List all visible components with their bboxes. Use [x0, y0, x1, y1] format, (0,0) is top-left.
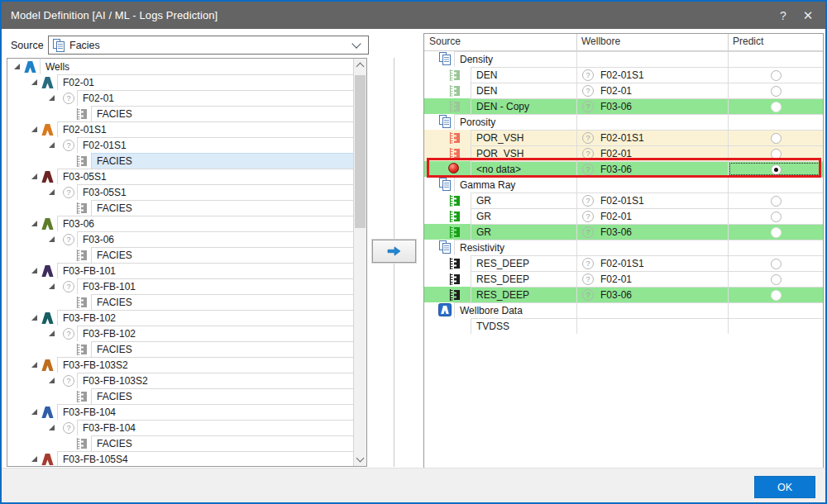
tree-item-label: F03-06 — [78, 234, 114, 245]
expander-icon[interactable] — [49, 95, 55, 101]
log-row-den-copy[interactable]: DEN - Copy?F03-06 — [424, 98, 823, 114]
expander-icon[interactable] — [31, 315, 37, 321]
help-button[interactable]: ? — [774, 7, 792, 25]
expander-icon[interactable] — [49, 283, 55, 289]
tree-item-f02-01[interactable]: ?F02-01 — [7, 90, 354, 106]
tree-item-f03-05s1[interactable]: F03-05S1 — [7, 169, 354, 184]
expander-icon[interactable] — [31, 79, 37, 85]
tree-item-f03-fb-104[interactable]: ?F03-FB-104 — [7, 420, 354, 435]
tree-scrollbar[interactable] — [353, 59, 366, 466]
tree-item-facies[interactable]: FACIES — [7, 153, 354, 169]
log-row-res-deep[interactable]: RES_DEEP?F02-01S1 — [424, 255, 823, 271]
tree-item-f03-05s1[interactable]: ?F03-05S1 — [7, 184, 354, 200]
tree-item-facies[interactable]: FACIES — [7, 247, 354, 263]
tree-item-label: F02-01 — [78, 93, 114, 104]
predict-radio[interactable] — [771, 259, 782, 269]
question-icon: ? — [577, 273, 594, 285]
predict-radio[interactable] — [771, 70, 782, 81]
expander-icon[interactable] — [31, 221, 37, 226]
tree-item-f03-fb-101[interactable]: F03-FB-101 — [7, 263, 354, 278]
tree-item-f02-01s1[interactable]: ?F02-01S1 — [7, 137, 354, 153]
expander-icon[interactable] — [49, 330, 55, 336]
expander-icon[interactable] — [31, 409, 37, 415]
wellbore-name: F02-01S1 — [596, 258, 644, 269]
tree-item-f03-fb-102[interactable]: ?F03-FB-102 — [7, 326, 354, 341]
model-definition-dialog: Model Definition [AI / ML - Logs Predict… — [0, 0, 827, 504]
wellbore-name: F02-01S1 — [596, 132, 644, 144]
predict-radio[interactable] — [771, 290, 782, 301]
log-row-tvdss[interactable]: TVDSS — [424, 318, 823, 334]
expander-icon[interactable] — [49, 378, 55, 383]
tree-item-facies[interactable]: FACIES — [7, 106, 354, 121]
tree-item-f03-fb-104[interactable]: F03-FB-104 — [7, 404, 354, 420]
expander-icon[interactable] — [49, 236, 55, 242]
transfer-button[interactable] — [372, 240, 416, 263]
tree-item-facies[interactable]: FACIES — [7, 388, 354, 404]
tree-item-f02-01s1[interactable]: F02-01S1 — [7, 121, 354, 137]
expander-icon[interactable] — [31, 362, 37, 368]
group-row-wellbore-data[interactable]: Wellbore Data — [424, 302, 823, 318]
log-row-res-deep[interactable]: RES_DEEP?F03-06 — [424, 287, 823, 302]
tree-item-f03-06[interactable]: ?F03-06 — [7, 231, 354, 247]
tree-item-label: F03-FB-101 — [78, 281, 136, 292]
predict-radio[interactable] — [771, 196, 782, 207]
tree-item-f03-fb-105s4[interactable]: F03-FB-105S4 — [7, 451, 354, 467]
tree-item-facies[interactable]: FACIES — [7, 294, 354, 310]
log-icon — [448, 226, 461, 239]
log-row-por-vsh[interactable]: POR_VSH?F02-01 — [424, 145, 823, 161]
tree-item-f03-fb-101[interactable]: ?F03-FB-101 — [7, 278, 354, 294]
predict-radio[interactable] — [771, 102, 782, 112]
tree-item-f03-fb-103s2[interactable]: ?F03-FB-103S2 — [7, 373, 354, 388]
scrollbar-thumb[interactable] — [355, 75, 366, 228]
group-row-porosity[interactable]: Porosity — [424, 114, 823, 130]
close-button[interactable]: ✕ — [799, 7, 817, 25]
tree-item-facies[interactable]: FACIES — [7, 341, 354, 357]
source-dropdown[interactable]: Facies — [48, 36, 369, 55]
log-icon — [75, 343, 88, 356]
log-row-gr[interactable]: GR?F03-06 — [424, 224, 823, 240]
tree-item-f02-01[interactable]: F02-01 — [7, 74, 354, 90]
expander-icon[interactable] — [49, 142, 55, 148]
tree-item-facies[interactable]: FACIES — [7, 435, 354, 451]
expander-icon[interactable] — [49, 425, 55, 430]
no-data-icon — [448, 163, 459, 174]
log-row-den[interactable]: DEN?F02-01 — [424, 83, 823, 98]
expander-icon[interactable] — [31, 174, 37, 179]
tree-item-label: FACIES — [92, 391, 132, 402]
expander-icon[interactable] — [49, 189, 55, 195]
expander-icon[interactable] — [14, 64, 20, 69]
ok-button[interactable]: OK — [754, 476, 815, 498]
scroll-up-icon[interactable] — [354, 59, 366, 72]
log-row-por-vsh[interactable]: POR_VSH?F02-01S1 — [424, 130, 823, 145]
log-row-gr[interactable]: GR?F02-01 — [424, 208, 823, 224]
question-icon: ? — [58, 93, 74, 104]
expander-icon[interactable] — [31, 456, 37, 462]
tree-item-wells[interactable]: Wells — [7, 59, 354, 74]
predict-radio[interactable] — [771, 227, 782, 238]
scroll-down-icon[interactable] — [354, 453, 366, 466]
predict-radio[interactable] — [771, 149, 782, 159]
expander-icon[interactable] — [31, 126, 37, 132]
predict-radio[interactable] — [771, 133, 782, 144]
tree-item-f03-06[interactable]: F03-06 — [7, 216, 354, 231]
tree-item-f03-fb-102[interactable]: F03-FB-102 — [7, 310, 354, 326]
predict-radio[interactable] — [771, 86, 782, 97]
tree-item-f03-fb-103s2[interactable]: F03-FB-103S2 — [7, 357, 354, 373]
log-row-no-data[interactable]: <no data>?F03-06 — [424, 161, 823, 177]
tree-item-facies[interactable]: FACIES — [7, 200, 354, 216]
log-icon — [448, 131, 461, 145]
log-row-den[interactable]: DEN?F02-01S1 — [424, 67, 823, 83]
predict-radio[interactable] — [771, 274, 782, 285]
predict-radio[interactable] — [771, 164, 782, 175]
group-row-density[interactable]: Density — [424, 51, 823, 67]
group-row-resistivity[interactable]: Resistivity — [424, 240, 823, 255]
log-row-gr[interactable]: GR?F02-01S1 — [424, 193, 823, 208]
expander-icon[interactable] — [31, 268, 37, 273]
tree-item-label: F03-06 — [58, 218, 94, 230]
log-icon — [75, 296, 88, 309]
group-row-gamma-ray[interactable]: Gamma Ray — [424, 177, 823, 193]
log-row-res-deep[interactable]: RES_DEEP?F02-01 — [424, 271, 823, 287]
log-icon — [75, 107, 88, 121]
well-icon — [41, 217, 55, 231]
predict-radio[interactable] — [771, 212, 782, 222]
